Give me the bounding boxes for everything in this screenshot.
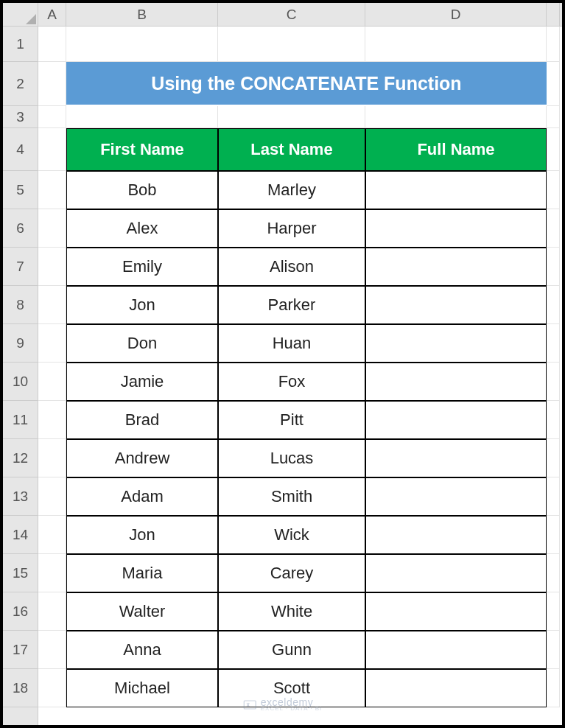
header-last-name[interactable]: Last Name bbox=[218, 128, 365, 171]
cell-E3[interactable] bbox=[547, 106, 560, 128]
cell-last-16[interactable]: White bbox=[218, 592, 365, 631]
cell-A11[interactable] bbox=[38, 401, 66, 439]
col-header-C[interactable]: C bbox=[218, 3, 365, 26]
cell-last-13[interactable]: Smith bbox=[218, 477, 365, 516]
cell-first-17[interactable]: Anna bbox=[66, 631, 218, 669]
cell-full-8[interactable] bbox=[365, 286, 547, 324]
cell-A12[interactable] bbox=[38, 439, 66, 477]
cell-full-9[interactable] bbox=[365, 324, 547, 363]
header-first-name[interactable]: First Name bbox=[66, 128, 218, 171]
row-header-9[interactable]: 9 bbox=[3, 324, 38, 363]
cell-full-18[interactable] bbox=[365, 669, 547, 707]
cell-A6[interactable] bbox=[38, 209, 66, 248]
select-all-corner[interactable] bbox=[3, 3, 38, 27]
cell-full-14[interactable] bbox=[365, 516, 547, 554]
row-header-18[interactable]: 18 bbox=[3, 669, 38, 707]
cell-A13[interactable] bbox=[38, 477, 66, 516]
cell-last-6[interactable]: Harper bbox=[218, 209, 365, 248]
cell-A2[interactable] bbox=[38, 62, 66, 106]
cell-E18[interactable] bbox=[547, 669, 560, 707]
cell-B3[interactable] bbox=[66, 106, 218, 128]
row-header-1[interactable]: 1 bbox=[3, 27, 38, 62]
cell-first-14[interactable]: Jon bbox=[66, 516, 218, 554]
cell-full-10[interactable] bbox=[365, 363, 547, 401]
cell-last-18[interactable]: Scott bbox=[218, 669, 365, 707]
cell-E15[interactable] bbox=[547, 554, 560, 592]
row-header-11[interactable]: 11 bbox=[3, 401, 38, 439]
row-header-14[interactable]: 14 bbox=[3, 516, 38, 554]
cell-A3[interactable] bbox=[38, 106, 66, 128]
row-header-7[interactable]: 7 bbox=[3, 248, 38, 286]
row-header-13[interactable]: 13 bbox=[3, 477, 38, 516]
cell-last-7[interactable]: Alison bbox=[218, 248, 365, 286]
cell-A16[interactable] bbox=[38, 592, 66, 631]
cell-D3[interactable] bbox=[365, 106, 547, 128]
cell-E14[interactable] bbox=[547, 516, 560, 554]
cell-last-9[interactable]: Huan bbox=[218, 324, 365, 363]
cell-first-15[interactable]: Maria bbox=[66, 554, 218, 592]
cell-B1[interactable] bbox=[66, 27, 218, 62]
cell-A10[interactable] bbox=[38, 363, 66, 401]
cell-last-5[interactable]: Marley bbox=[218, 171, 365, 209]
cell-E7[interactable] bbox=[547, 248, 560, 286]
cell-first-10[interactable]: Jamie bbox=[66, 363, 218, 401]
cell-full-7[interactable] bbox=[365, 248, 547, 286]
cell-last-17[interactable]: Gunn bbox=[218, 631, 365, 669]
cell-E13[interactable] bbox=[547, 477, 560, 516]
col-header-A[interactable]: A bbox=[38, 3, 66, 26]
cell-full-17[interactable] bbox=[365, 631, 547, 669]
row-header-17[interactable]: 17 bbox=[3, 631, 38, 669]
cell-full-16[interactable] bbox=[365, 592, 547, 631]
cell-full-5[interactable] bbox=[365, 171, 547, 209]
row-header-12[interactable]: 12 bbox=[3, 439, 38, 477]
row-header-10[interactable]: 10 bbox=[3, 363, 38, 401]
cell-last-10[interactable]: Fox bbox=[218, 363, 365, 401]
cell-E8[interactable] bbox=[547, 286, 560, 324]
cell-A8[interactable] bbox=[38, 286, 66, 324]
cell-A15[interactable] bbox=[38, 554, 66, 592]
cell-full-15[interactable] bbox=[365, 554, 547, 592]
row-header-15[interactable]: 15 bbox=[3, 554, 38, 592]
cell-A9[interactable] bbox=[38, 324, 66, 363]
cell-last-12[interactable]: Lucas bbox=[218, 439, 365, 477]
cell-E6[interactable] bbox=[547, 209, 560, 248]
cell-E5[interactable] bbox=[547, 171, 560, 209]
cell-E9[interactable] bbox=[547, 324, 560, 363]
cell-A18[interactable] bbox=[38, 669, 66, 707]
cell-last-14[interactable]: Wick bbox=[218, 516, 365, 554]
cell-first-13[interactable]: Adam bbox=[66, 477, 218, 516]
cell-first-7[interactable]: Emily bbox=[66, 248, 218, 286]
cell-A14[interactable] bbox=[38, 516, 66, 554]
cell-E17[interactable] bbox=[547, 631, 560, 669]
cell-full-11[interactable] bbox=[365, 401, 547, 439]
row-header-2[interactable]: 2 bbox=[3, 62, 38, 106]
cell-C3[interactable] bbox=[218, 106, 365, 128]
header-full-name[interactable]: Full Name bbox=[365, 128, 547, 171]
cell-last-8[interactable]: Parker bbox=[218, 286, 365, 324]
cell-E16[interactable] bbox=[547, 592, 560, 631]
row-header-4[interactable]: 4 bbox=[3, 128, 38, 171]
cell-E2[interactable] bbox=[547, 62, 560, 106]
cell-E4[interactable] bbox=[547, 128, 560, 171]
cell-E12[interactable] bbox=[547, 439, 560, 477]
cell-A7[interactable] bbox=[38, 248, 66, 286]
cell-E10[interactable] bbox=[547, 363, 560, 401]
cell-first-11[interactable]: Brad bbox=[66, 401, 218, 439]
cell-first-8[interactable]: Jon bbox=[66, 286, 218, 324]
title-banner[interactable]: Using the CONCATENATE Function bbox=[66, 62, 547, 106]
row-header-5[interactable]: 5 bbox=[3, 171, 38, 209]
cell-first-5[interactable]: Bob bbox=[66, 171, 218, 209]
cell-A17[interactable] bbox=[38, 631, 66, 669]
row-header-6[interactable]: 6 bbox=[3, 209, 38, 248]
cell-A1[interactable] bbox=[38, 27, 66, 62]
col-header-D[interactable]: D bbox=[365, 3, 547, 26]
cell-full-12[interactable] bbox=[365, 439, 547, 477]
cell-first-6[interactable]: Alex bbox=[66, 209, 218, 248]
cell-last-15[interactable]: Carey bbox=[218, 554, 365, 592]
cell-full-13[interactable] bbox=[365, 477, 547, 516]
row-header-8[interactable]: 8 bbox=[3, 286, 38, 324]
cell-last-11[interactable]: Pitt bbox=[218, 401, 365, 439]
cell-full-6[interactable] bbox=[365, 209, 547, 248]
cell-first-9[interactable]: Don bbox=[66, 324, 218, 363]
row-header-16[interactable]: 16 bbox=[3, 592, 38, 631]
